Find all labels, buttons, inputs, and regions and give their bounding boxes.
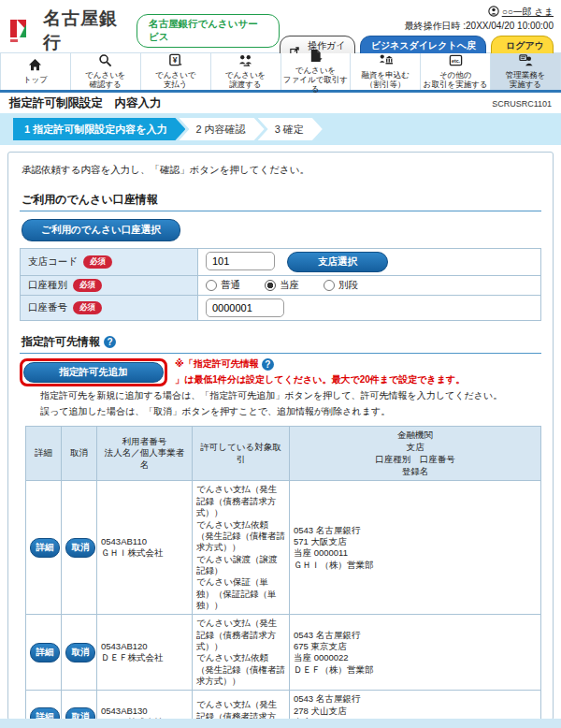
cell-bank: 0543 名古屋銀行 675 東京支店 当座 0000022 ＤＥＦ（株）営業部 bbox=[290, 615, 541, 691]
service-badge: 名古屋銀行でんさいサービス bbox=[137, 14, 280, 48]
cell-bank: 0543 名古屋銀行 571 大阪支店 当座 0000011 ＧＨＩ（株）営業部 bbox=[290, 481, 541, 615]
etc-icon: etc. bbox=[449, 53, 463, 70]
help-icon[interactable]: ? bbox=[262, 358, 274, 371]
svg-text:etc.: etc. bbox=[452, 58, 460, 64]
table-row: 詳細 取消 0543AB130 ＪＫＬ株式会社 でんさい支払（発生記録（債務者請… bbox=[26, 691, 541, 721]
user-icon bbox=[488, 6, 499, 19]
brand: 名古屋銀行 名古屋銀行でんさいサービス bbox=[7, 6, 280, 51]
permit-table-header: 詳細 取消 利用者番号 法人名／個人事業者名 許可している対象取引 金融機関 支… bbox=[26, 427, 541, 481]
bank-logo-icon bbox=[7, 17, 36, 45]
table-row: 詳細 取消 0543AB110 ＧＨＩ株式会社 でんさい支払（発生記録（債務者請… bbox=[26, 481, 541, 615]
last-operation-time: 最終操作日時 :20XX/04/20 10:00:00 bbox=[280, 20, 554, 33]
nav-confirm-densai[interactable]: でんさいを 確認する bbox=[71, 53, 141, 90]
step-2: 2 内容確認 bbox=[179, 118, 264, 140]
transfer-icon bbox=[238, 53, 252, 70]
user-name-link[interactable]: ○○一郎 さま bbox=[502, 6, 554, 19]
yen-icon: ¥ bbox=[168, 53, 182, 70]
nav-pay-densai[interactable]: ¥ でんさいで 支払う bbox=[141, 53, 211, 90]
screen-id: SCRUSRC1101 bbox=[492, 99, 552, 109]
step-1: 1 指定許可制限設定内容を入力 bbox=[13, 118, 185, 140]
required-badge: 必須 bbox=[73, 301, 102, 314]
file-icon bbox=[309, 49, 323, 66]
search-icon bbox=[98, 53, 112, 70]
col-detail: 詳細 bbox=[26, 427, 62, 481]
title-row: 指定許可制限設定 内容入力 SCRUSRC1101 bbox=[0, 93, 561, 113]
radio-betsudan-label: 別段 bbox=[338, 279, 358, 292]
account-type-row: 口座種別 必須 普通 当座 別段 bbox=[21, 276, 541, 296]
nav-other-trades[interactable]: etc. その他の お取引を実施する bbox=[421, 53, 491, 90]
col-cancel: 取消 bbox=[62, 427, 97, 481]
main-content: 承認依頼する内容を入力し、「確認」ボタンを押してください。 ご利用のでんさい口座… bbox=[7, 152, 554, 721]
permit-section-title: 指定許可先情報 ? bbox=[20, 332, 541, 354]
account-type-label: 口座種別 bbox=[28, 279, 67, 292]
nav-top[interactable]: トップ bbox=[0, 53, 71, 90]
branch-code-row: 支店コード 必須 支店選択 bbox=[21, 249, 541, 276]
radio-touza[interactable] bbox=[265, 280, 276, 291]
required-badge: 必須 bbox=[83, 255, 112, 269]
page-title: 指定許可制限設定 内容入力 bbox=[9, 95, 162, 111]
cancel-button[interactable]: 取消 bbox=[65, 643, 95, 662]
detail-button[interactable]: 詳細 bbox=[30, 643, 60, 662]
branch-code-input[interactable] bbox=[206, 252, 275, 270]
cell-transactions: でんさい支払（発生記録（債務者請求方式）） でんさい支払依頼（発生記録（債権者請… bbox=[193, 615, 290, 691]
col-bank: 金融機関 支店 口座種別 口座番号 登録名 bbox=[290, 427, 541, 481]
branch-select-button[interactable]: 支店選択 bbox=[287, 252, 388, 272]
header-right: ○○一郎 さま 最終操作日時 :20XX/04/20 10:00:00 操作ガイ… bbox=[280, 6, 554, 51]
radio-betsudan[interactable] bbox=[324, 280, 335, 291]
admin-icon bbox=[519, 53, 533, 70]
cell-user: 0543AB130 ＪＫＬ株式会社 bbox=[97, 691, 193, 721]
col-user: 利用者番号 法人名／個人事業者名 bbox=[97, 427, 193, 481]
permit-note-1: 指定許可先を新規に追加する場合は、「指定許可先追加」ボタンを押して、許可先情報を… bbox=[40, 389, 541, 402]
table-row: 詳細 取消 0543AB120 ＤＥＦ株式会社 でんさい支払（発生記録（債務者請… bbox=[26, 615, 541, 691]
highlight-frame: 指定許可先追加 bbox=[20, 358, 167, 386]
permit-table: 詳細 取消 利用者番号 法人名／個人事業者名 許可している対象取引 金融機関 支… bbox=[25, 426, 541, 721]
home-icon bbox=[28, 58, 42, 75]
nav-loan-apply[interactable]: 融資を申込む （割引等） bbox=[351, 53, 421, 90]
branch-code-label: 支店コード bbox=[28, 255, 78, 269]
step-3: 3 確定 bbox=[258, 118, 323, 140]
account-section-title: ご利用のでんさい口座情報 bbox=[20, 190, 541, 211]
permit-red-note: ※「指定許可先情報 ? 」は最低1件分は設定してください。最大で20件まで設定で… bbox=[175, 357, 541, 386]
bank-name: 名古屋銀行 bbox=[43, 7, 129, 55]
top-header: 名古屋銀行 名古屋銀行でんさいサービス ○○一郎 さま 最終操作日時 :20XX… bbox=[0, 0, 561, 52]
required-badge: 必須 bbox=[73, 279, 102, 292]
main-nav: トップ でんさいを 確認する ¥ でんさいで 支払う でんさいを 譲渡する でん… bbox=[0, 52, 561, 93]
radio-futsuu-label: 普通 bbox=[221, 279, 240, 292]
add-permit-row: 指定許可先追加 ※「指定許可先情報 ? 」は最低1件分は設定してください。最大で… bbox=[20, 357, 541, 386]
cancel-button[interactable]: 取消 bbox=[65, 538, 95, 558]
cell-transactions: でんさい支払（発生記録（債務者請求方式）） bbox=[193, 691, 290, 721]
nav-transfer-densai[interactable]: でんさいを 譲渡する bbox=[211, 53, 281, 90]
cell-transactions: でんさい支払（発生記録（債務者請求方式）） でんさい支払依頼（発生記録（債権者請… bbox=[193, 481, 290, 615]
instruction-text: 承認依頼する内容を入力し、「確認」ボタンを押してください。 bbox=[20, 160, 541, 179]
col-transactions: 許可している対象取引 bbox=[193, 427, 290, 481]
footer-strip bbox=[0, 719, 561, 728]
step-indicator: 1 指定許可制限設定内容を入力 2 内容確認 3 確定 bbox=[0, 113, 561, 145]
cell-bank: 0543 名古屋銀行 278 犬山支店 当座 0000033 ＪＫＬ（株）営業部 bbox=[290, 691, 541, 721]
cell-user: 0543AB120 ＤＥＦ株式会社 bbox=[97, 615, 193, 691]
loan-icon bbox=[379, 53, 393, 70]
account-number-label: 口座番号 bbox=[28, 301, 67, 314]
cell-user: 0543AB110 ＧＨＩ株式会社 bbox=[97, 481, 193, 615]
nav-file-trade[interactable]: でんさいを ファイルで取引する bbox=[281, 53, 352, 90]
svg-text:¥: ¥ bbox=[173, 56, 178, 66]
add-permit-button[interactable]: 指定許可先追加 bbox=[23, 362, 164, 383]
detail-button[interactable]: 詳細 bbox=[30, 538, 60, 558]
account-number-input[interactable] bbox=[206, 298, 284, 317]
help-icon[interactable]: ? bbox=[104, 336, 116, 348]
account-number-row: 口座番号 必須 bbox=[21, 296, 541, 321]
permit-note-2: 誤って追加した場合は、「取消」ボタンを押すことで、追加情報が削除されます。 bbox=[40, 405, 541, 418]
radio-futsuu[interactable] bbox=[206, 280, 217, 291]
account-form: 支店コード 必須 支店選択 口座種別 必須 bbox=[20, 248, 541, 321]
radio-touza-label: 当座 bbox=[280, 279, 299, 292]
account-select-button[interactable]: ご利用のでんさい口座選択 bbox=[22, 219, 180, 241]
nav-admin-tasks[interactable]: 管理業務を 実施する bbox=[491, 53, 561, 90]
page: 名古屋銀行 名古屋銀行でんさいサービス ○○一郎 さま 最終操作日時 :20XX… bbox=[0, 0, 561, 728]
